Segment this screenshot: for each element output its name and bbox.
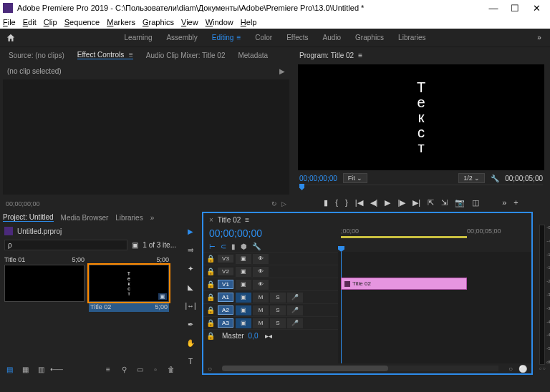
hamburger-icon[interactable]: ≡ [245, 216, 249, 224]
solo-right-icon[interactable]: ○ [543, 366, 546, 376]
minimize-button[interactable]: — [483, 3, 504, 14]
resolution-dropdown[interactable]: 1/2 ⌄ [458, 173, 485, 183]
lift-button[interactable]: ⇱ [428, 198, 434, 207]
list-view-icon[interactable]: ▤ [4, 365, 14, 373]
program-tc-left[interactable]: 00;00;00;00 [299, 175, 337, 182]
track-v2[interactable]: 🔒V2▣👁 [203, 265, 338, 278]
marker-icon[interactable]: ▮ [231, 242, 236, 250]
ws-overflow[interactable]: » [529, 34, 550, 41]
program-monitor[interactable]: Т е к с т [298, 64, 544, 170]
thumbnail[interactable] [4, 265, 85, 302]
disclosure-icon[interactable]: ▶ [279, 67, 285, 75]
lock-icon[interactable]: 🔒 [203, 332, 218, 340]
lock-icon[interactable]: 🔒 [203, 268, 218, 275]
snap-icon[interactable]: ⊢ [209, 242, 216, 250]
sequence-name[interactable]: Title 02 [218, 216, 241, 224]
ws-color[interactable]: Color [255, 34, 272, 41]
loop-icon[interactable]: ↻ [271, 200, 277, 207]
settings-icon[interactable]: ⬢ [241, 242, 247, 250]
menu-graphics[interactable]: Graphics [143, 18, 174, 26]
new-item-icon[interactable]: ▫ [150, 365, 160, 373]
razor-tool[interactable]: ◣ [184, 280, 197, 293]
ws-editing[interactable]: Editing ≡ [212, 34, 241, 41]
menu-markers[interactable]: Markers [107, 18, 135, 26]
menu-clip[interactable]: Clip [44, 18, 57, 26]
lock-icon[interactable]: 🔒 [203, 280, 218, 288]
pen-tool[interactable]: ✒ [184, 318, 197, 330]
tl-expand-icon[interactable]: ○ [208, 365, 212, 373]
lock-icon[interactable]: 🔒 [203, 306, 218, 314]
go-out-button[interactable]: ▶| [412, 198, 420, 207]
button-editor[interactable]: + [513, 198, 518, 207]
tl-collapse-icon[interactable]: ○ [508, 365, 513, 373]
mark-in-button[interactable]: { [335, 198, 338, 207]
overflow-button[interactable]: » [502, 198, 506, 207]
ws-learning[interactable]: Learning [125, 34, 153, 41]
hand-tool[interactable]: ✋ [184, 336, 197, 349]
compare-button[interactable]: ◫ [472, 198, 479, 207]
menu-help[interactable]: Help [241, 18, 257, 26]
tab-effect-controls[interactable]: Effect Controls ≡ [77, 51, 133, 59]
tab-source[interactable]: Source: (no clips) [9, 52, 64, 59]
track-v1[interactable]: 🔒V1▣👁 [203, 278, 338, 290]
timeline-playhead[interactable] [341, 252, 342, 363]
find-icon[interactable]: ⚲ [119, 365, 129, 373]
ws-libraries[interactable]: Libraries [398, 34, 425, 41]
extract-button[interactable]: ⇲ [441, 198, 448, 207]
step-back-button[interactable]: ◀| [370, 198, 378, 207]
tab-media-browser[interactable]: Media Browser [61, 214, 109, 222]
zoom-slider[interactable]: •── [52, 365, 62, 373]
menu-file[interactable]: File [3, 18, 16, 26]
project-item[interactable]: 5;00 Текст ▣ Title 025;00 [89, 255, 169, 312]
trash-icon[interactable]: 🗑 [166, 365, 176, 373]
wrench-icon[interactable]: 🔧 [252, 242, 261, 250]
solo-left-icon[interactable]: ○ [539, 366, 541, 376]
track-a1[interactable]: 🔒A1▣MS🎤 [203, 290, 338, 303]
ws-effects[interactable]: Effects [286, 34, 308, 41]
play-only-icon[interactable]: ▷ [281, 200, 286, 207]
tab-project[interactable]: Project: Untitled [3, 213, 54, 222]
lock-icon[interactable]: 🔒 [203, 319, 218, 327]
step-fwd-button[interactable]: |▶ [397, 198, 405, 207]
tab-audio-mixer[interactable]: Audio Clip Mixer: Title 02 [146, 52, 226, 59]
maximize-button[interactable]: ☐ [504, 3, 526, 14]
slip-tool[interactable]: |↔| [184, 299, 197, 312]
hamburger-icon[interactable]: ≡ [358, 52, 362, 59]
track-master[interactable]: 🔒Master0,0▸◂ [203, 329, 338, 342]
tl-tools-icon[interactable]: ⚪ [518, 365, 527, 373]
lock-icon[interactable]: 🔒 [203, 255, 218, 263]
track-a3[interactable]: 🔒A3▣MS🎤 [203, 316, 338, 329]
lock-icon[interactable]: 🔒 [203, 293, 218, 301]
project-item[interactable]: Title 015;00 [4, 255, 85, 312]
program-ruler[interactable] [299, 185, 543, 195]
tab-metadata[interactable]: Metadata [238, 52, 268, 59]
type-tool[interactable]: T [184, 355, 197, 368]
export-frame-button[interactable]: 📷 [455, 198, 465, 207]
mark-out-button[interactable]: } [345, 198, 348, 207]
icon-view-icon[interactable]: ▦ [20, 365, 30, 373]
menu-view[interactable]: View [181, 18, 198, 26]
track-select-tool[interactable]: ⥤ [184, 243, 197, 256]
timeline-timecode[interactable]: 00;00;00;00 [209, 227, 262, 239]
filter-icon[interactable]: ▣ [132, 241, 138, 249]
ws-assembly[interactable]: Assembly [166, 34, 197, 41]
work-area-bar[interactable] [341, 236, 467, 238]
ws-audio[interactable]: Audio [323, 34, 342, 41]
program-playhead[interactable] [299, 184, 304, 190]
fit-dropdown[interactable]: Fit ⌄ [343, 173, 368, 183]
timeline-hscroll[interactable] [222, 366, 498, 371]
clip-title02[interactable]: Title 02 [341, 278, 467, 290]
close-button[interactable]: ✕ [526, 3, 547, 14]
ws-graphics[interactable]: Graphics [355, 34, 384, 41]
sort-icon[interactable]: ≡ [103, 365, 113, 373]
selection-tool[interactable]: ▶ [184, 225, 197, 237]
search-input[interactable] [4, 240, 127, 250]
track-v3[interactable]: 🔒V3▣👁 [203, 252, 338, 265]
tab-libraries[interactable]: Libraries [115, 214, 143, 222]
freeform-view-icon[interactable]: ▥ [36, 365, 46, 373]
track-a2[interactable]: 🔒A2▣MS🎤 [203, 303, 338, 316]
overflow-icon[interactable]: » [150, 214, 155, 222]
menu-edit[interactable]: Edit [23, 18, 37, 26]
new-bin-icon[interactable]: ▭ [135, 365, 145, 373]
timeline-content[interactable]: Title 02 [338, 252, 531, 363]
